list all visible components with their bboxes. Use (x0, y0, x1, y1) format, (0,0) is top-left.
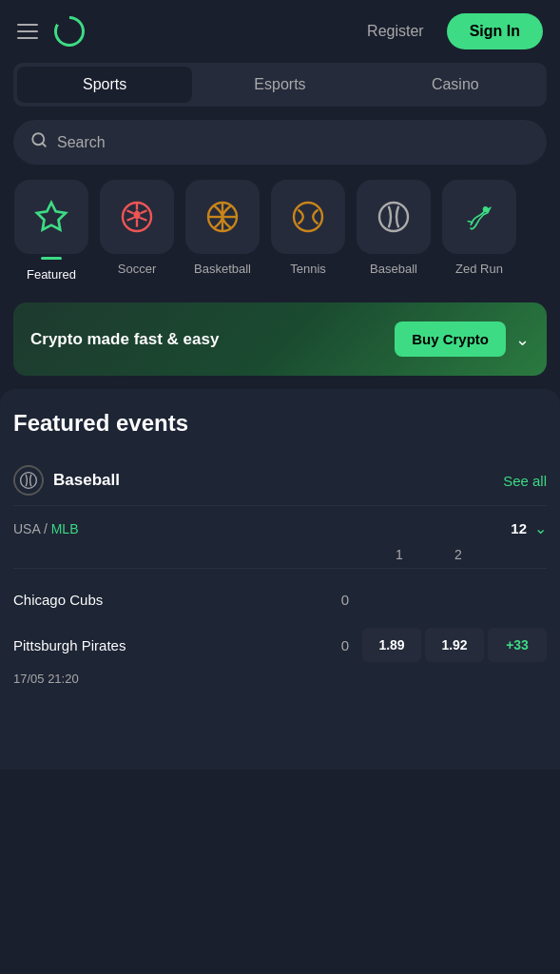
league-name: USA / MLB (13, 521, 78, 536)
sport-item-tennis[interactable]: Tennis (270, 180, 346, 282)
odds-cell-2-1[interactable]: 1.89 (362, 628, 421, 662)
team1-score: 0 (341, 592, 349, 608)
odds-cell-2-3[interactable]: +33 (488, 628, 547, 662)
buy-crypto-button[interactable]: Buy Crypto (395, 321, 506, 357)
svg-line-6 (141, 210, 147, 213)
svg-point-12 (294, 203, 322, 231)
crypto-actions: Buy Crypto ⌄ (395, 321, 530, 357)
baseball-label: Baseball (370, 262, 417, 276)
tab-casino[interactable]: Casino (368, 67, 543, 103)
search-placeholder: Search (57, 134, 106, 151)
sports-categories: Featured Soccer (0, 180, 560, 289)
col-header-spacer (488, 547, 547, 562)
crypto-banner: Crypto made fast & easy Buy Crypto ⌄ (13, 302, 547, 376)
sport-item-soccer[interactable]: Soccer (99, 180, 175, 282)
odds-row2: 1.89 1.92 +33 (358, 628, 547, 662)
basketball-label: Basketball (194, 262, 251, 276)
featured-section: Featured events Baseball See all USA / M… (0, 389, 560, 769)
tennis-label: Tennis (290, 262, 326, 276)
sport-item-baseball[interactable]: Baseball (356, 180, 432, 282)
league-prefix: USA (13, 521, 40, 536)
zedrun-icon-box (442, 180, 516, 254)
app-header: Register Sign In (0, 0, 560, 63)
team2-name: Pittsburgh Pirates (13, 637, 341, 653)
active-indicator (41, 257, 62, 260)
app-logo (51, 13, 87, 49)
odds-cell-2-2[interactable]: 1.92 (425, 628, 484, 662)
main-nav-tabs: Sports Esports Casino (13, 63, 547, 107)
col-headers: 1 2 (13, 547, 547, 568)
search-icon (30, 131, 48, 153)
odds-cell-1-1 (362, 582, 421, 616)
league-chevron-icon[interactable]: ⌄ (534, 519, 547, 537)
col-header-1: 1 (370, 547, 429, 562)
tennis-icon-box (271, 180, 345, 254)
svg-marker-2 (37, 203, 66, 230)
tab-esports[interactable]: Esports (192, 67, 367, 103)
soccer-icon-box (100, 180, 174, 254)
team2-score: 0 (341, 637, 349, 653)
match-block: Chicago Cubs 0 Pittsburgh Pirates 0 1.89… (13, 568, 547, 693)
soccer-label: Soccer (118, 262, 156, 276)
featured-events-title: Featured events (13, 410, 547, 437)
crypto-banner-text: Crypto made fast & easy (30, 330, 219, 349)
sport-item-zedrun[interactable]: Zed Run (441, 180, 517, 282)
baseball-icon-box (357, 180, 431, 254)
league-match-count: 12 (511, 520, 527, 536)
baseball-section-left: Baseball (13, 465, 120, 496)
svg-point-15 (21, 473, 37, 489)
signin-button[interactable]: Sign In (447, 13, 543, 49)
league-code: MLB (51, 521, 79, 536)
register-button[interactable]: Register (356, 15, 435, 48)
team1-name: Chicago Cubs (13, 592, 341, 608)
svg-line-7 (140, 218, 147, 221)
search-bar[interactable]: Search (13, 120, 547, 165)
header-actions: Register Sign In (356, 13, 543, 49)
league-row: USA / MLB 12 ⌄ (13, 506, 547, 547)
hamburger-menu-icon[interactable] (17, 24, 38, 39)
baseball-section-header: Baseball See all (13, 456, 547, 506)
featured-icon-box (14, 180, 88, 254)
baseball-section-name: Baseball (53, 471, 120, 490)
zedrun-label: Zed Run (455, 262, 503, 276)
sport-item-basketball[interactable]: Basketball (184, 180, 261, 282)
baseball-sport-icon (13, 465, 44, 496)
odds-row1 (358, 582, 547, 616)
match-time: 17/05 21:20 (13, 668, 547, 693)
svg-line-10 (127, 210, 134, 213)
team1-row: Chicago Cubs 0 (13, 576, 547, 622)
svg-line-1 (42, 143, 45, 146)
col-header-2: 2 (429, 547, 488, 562)
team2-row: Pittsburgh Pirates 0 1.89 1.92 +33 (13, 622, 547, 668)
featured-label: Featured (27, 267, 76, 282)
odds-cell-1-3 (488, 582, 547, 616)
svg-marker-4 (133, 210, 141, 221)
header-left (17, 13, 87, 49)
crypto-banner-chevron-icon[interactable]: ⌄ (515, 329, 530, 350)
odds-cell-1-2 (425, 582, 484, 616)
see-all-link[interactable]: See all (503, 473, 547, 489)
sport-item-featured[interactable]: Featured (13, 180, 89, 282)
svg-point-13 (379, 203, 408, 231)
tab-sports[interactable]: Sports (17, 67, 192, 103)
league-count-area[interactable]: 12 ⌄ (511, 519, 547, 537)
basketball-icon-box (185, 180, 260, 254)
svg-point-14 (484, 207, 489, 212)
svg-line-9 (127, 218, 135, 221)
